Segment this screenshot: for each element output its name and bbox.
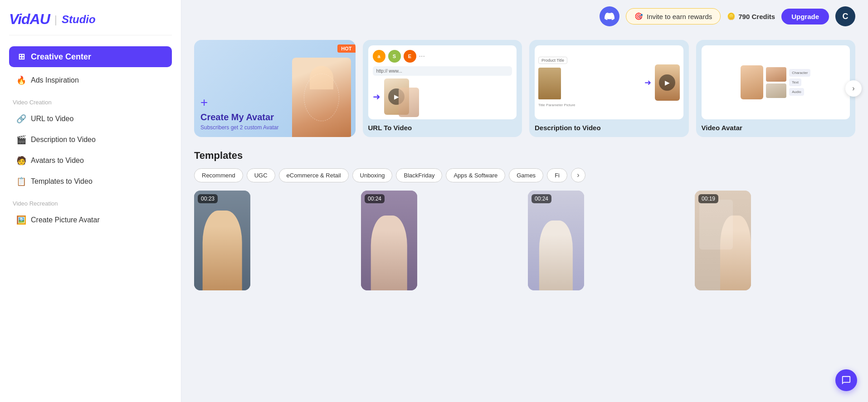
play-icon-desc: ▶ (659, 74, 675, 91)
desc-arrow: ➜ (644, 78, 651, 88)
studio-label: Studio (62, 13, 96, 26)
filter-ugc[interactable]: UGC (247, 168, 275, 182)
sidebar-item-avatars-to-video[interactable]: 🧑 Avatars to Video (9, 151, 172, 170)
logo: VidAU (9, 11, 50, 28)
duration-4: 00:19 (698, 194, 718, 203)
text-label: Text (789, 78, 801, 86)
description-to-video-label: Description to Video (31, 136, 96, 144)
avatars-to-video-label: Avatars to Video (31, 157, 84, 165)
link-icon: 🔗 (16, 114, 26, 124)
product-title-tag: Product Title (538, 57, 567, 64)
hot-badge: HOT (337, 44, 355, 53)
upgrade-button[interactable]: Upgrade (781, 9, 829, 25)
filter-apps-software[interactable]: Apps & Software (446, 168, 505, 182)
amazon-icon: a (373, 50, 385, 63)
credits-display[interactable]: 🪙 790 Credits (727, 12, 775, 20)
header: 🎯 Invite to earn rewards 🪙 790 Credits U… (181, 0, 868, 33)
video-avatar-inner: Character Text Audio (702, 45, 850, 119)
duration-1: 00:23 (198, 194, 218, 203)
chat-bubble-button[interactable] (835, 369, 857, 391)
video-thumb-2[interactable]: 00:24 (361, 191, 417, 290)
url-card-inner: a S E ··· http:// www... ➜ ▶ (368, 45, 517, 119)
audio-label: Audio (789, 88, 804, 96)
plus-icon: + (200, 95, 349, 110)
url-bar: http:// www... (373, 66, 512, 76)
templates-to-video-label: Templates to Video (31, 177, 93, 186)
etsy-icon: E (404, 50, 416, 63)
next-arrow-button[interactable]: › (845, 80, 862, 97)
feature-cards-row: HOT + Create My Avatar Subscribers get 2… (194, 40, 855, 137)
sidebar: VidAU | Studio ⊞ Creative Center 🔥 Ads I… (0, 0, 181, 402)
discord-button[interactable] (600, 6, 619, 26)
marketplace-icons: a S E ··· (373, 50, 512, 63)
video-thumb-3[interactable]: 00:24 (528, 191, 584, 290)
sidebar-item-creative-center[interactable]: ⊞ Creative Center (9, 46, 172, 67)
va-person-2 (766, 67, 786, 82)
filter-games[interactable]: Games (509, 168, 543, 182)
video-avatar-card[interactable]: Character Text Audio Video Avatar (696, 40, 856, 137)
filter-blackfriday[interactable]: BlackFriday (396, 168, 442, 182)
character-label: Character (789, 69, 810, 77)
product-bottle (538, 68, 561, 99)
filter-unboxing[interactable]: Unboxing (352, 168, 393, 182)
grid-icon: ⊞ (16, 52, 26, 62)
arrow-right-icon: ➜ (373, 91, 380, 102)
credits-value: 790 Credits (738, 13, 775, 20)
url-card-content: a S E ··· http:// www... ➜ ▶ (368, 45, 517, 119)
url-to-video-label: URL To Video (368, 124, 517, 132)
create-picture-avatar-label: Create Picture Avatar (31, 216, 100, 224)
sidebar-item-ads-inspiration[interactable]: 🔥 Ads Inspiration (9, 71, 172, 90)
creative-center-label: Creative Center (31, 52, 91, 62)
video-recreation-section: Video Recreation (13, 200, 172, 207)
user-avatar[interactable]: C (835, 6, 855, 26)
fire-icon: 🔥 (16, 75, 26, 85)
description-to-video-card[interactable]: Product Title Title Parameter Picture ➜ … (529, 40, 689, 137)
video-thumb-1[interactable]: 00:23 (194, 191, 250, 290)
sidebar-item-templates-to-video[interactable]: 📋 Templates to Video (9, 172, 172, 191)
avatar-icon: 🧑 (16, 156, 26, 166)
content-area: HOT + Create My Avatar Subscribers get 2… (181, 33, 868, 402)
duration-2: 00:24 (365, 194, 385, 203)
filter-more-button[interactable]: › (571, 168, 585, 182)
person-silhouette-2 (371, 216, 407, 290)
video-grid: 00:23 00:24 00:24 00:19 (194, 191, 855, 290)
shopify-icon: S (388, 50, 401, 63)
desc-card-inner: Product Title Title Parameter Picture ➜ … (535, 45, 683, 119)
create-avatar-title: Create My Avatar (200, 112, 349, 123)
duration-3: 00:24 (532, 194, 551, 203)
sidebar-item-description-to-video[interactable]: 🎬 Description to Video (9, 130, 172, 149)
params-text: Title Parameter Picture (538, 103, 641, 108)
create-avatar-subtitle: Subscribers get 2 custom Avatar (200, 124, 349, 131)
filter-fi[interactable]: Fi (547, 168, 567, 182)
person-silhouette-1 (203, 211, 242, 290)
video-creation-section: Video Creation (13, 99, 172, 106)
filter-recommend[interactable]: Recommend (194, 168, 243, 182)
templates-section-title: Templates (194, 150, 855, 162)
video-thumb-4[interactable]: 00:19 (695, 191, 751, 290)
create-avatar-text-block: + Create My Avatar Subscribers get 2 cus… (200, 95, 349, 131)
film-icon: 🎬 (16, 135, 26, 145)
video-avatar-label: Video Avatar (702, 124, 850, 132)
main-content: 🎯 Invite to earn rewards 🪙 790 Credits U… (181, 0, 868, 402)
url-to-video-card[interactable]: a S E ··· http:// www... ➜ ▶ (363, 40, 522, 137)
invite-button[interactable]: 🎯 Invite to earn rewards (626, 8, 721, 25)
invite-icon: 🎯 (634, 12, 643, 20)
sidebar-item-create-picture-avatar[interactable]: 🖼️ Create Picture Avatar (9, 211, 172, 230)
picture-icon: 🖼️ (16, 215, 26, 225)
description-to-video-label: Description to Video (535, 124, 683, 132)
url-to-video-label: URL to Video (31, 115, 73, 123)
invite-label: Invite to earn rewards (647, 13, 712, 20)
logo-area: VidAU | Studio (9, 11, 172, 35)
person-silhouette-3 (539, 221, 573, 290)
va-person-1 (741, 65, 763, 99)
template-filters: Recommend UGC eCommerce & Retail Unboxin… (194, 168, 855, 182)
sidebar-item-url-to-video[interactable]: 🔗 URL to Video (9, 109, 172, 128)
ads-inspiration-label: Ads Inspiration (31, 76, 79, 84)
create-avatar-card[interactable]: HOT + Create My Avatar Subscribers get 2… (194, 40, 356, 137)
va-person-3 (766, 83, 786, 98)
template-icon: 📋 (16, 176, 26, 186)
filter-ecommerce[interactable]: eCommerce & Retail (279, 168, 349, 182)
coin-icon: 🪙 (727, 12, 736, 20)
